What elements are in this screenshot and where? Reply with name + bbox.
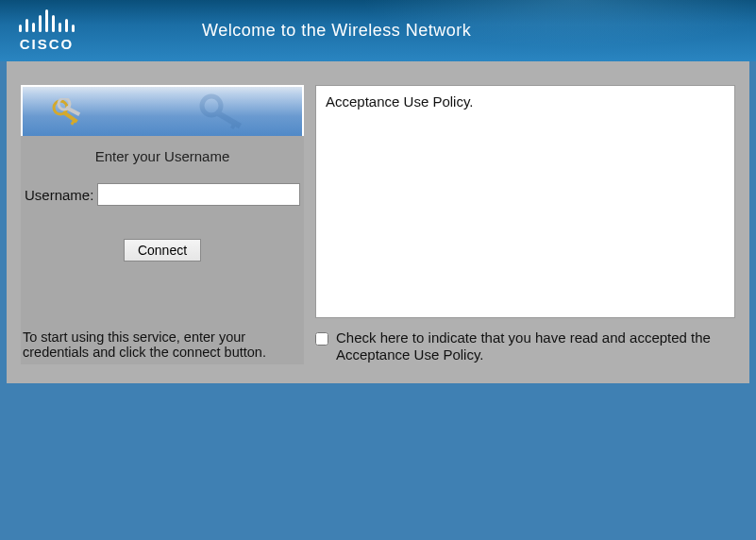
policy-textarea[interactable]: Acceptance Use Policy.: [315, 85, 735, 318]
connect-button[interactable]: Connect: [124, 239, 201, 262]
brand-name: CISCO: [20, 36, 75, 52]
connect-row: Connect: [21, 239, 304, 262]
accept-policy-checkbox[interactable]: [315, 332, 328, 346]
username-label: Username:: [25, 187, 93, 203]
accept-policy-label: Check here to indicate that you have rea…: [336, 329, 735, 365]
login-panel: Enter your Username Username: Connect To…: [21, 85, 304, 364]
username-input[interactable]: [97, 183, 300, 206]
cisco-logo: CISCO: [19, 9, 75, 52]
policy-panel: Acceptance Use Policy. Check here to ind…: [315, 85, 735, 364]
login-heading: Enter your Username: [21, 136, 304, 183]
header: CISCO Welcome to the Wireless Network: [0, 0, 756, 61]
page-title: Welcome to the Wireless Network: [202, 21, 471, 41]
content-wrapper: Enter your Username Username: Connect To…: [7, 61, 749, 383]
login-banner: [21, 85, 304, 136]
svg-rect-6: [214, 110, 242, 128]
keys-icon: [51, 98, 89, 131]
cisco-bars-icon: [19, 9, 75, 32]
login-instructions: To start using this service, enter your …: [21, 329, 304, 364]
accept-policy-row: Check here to indicate that you have rea…: [315, 329, 735, 365]
keys-faded-icon: [198, 93, 255, 136]
username-row: Username:: [21, 183, 304, 206]
